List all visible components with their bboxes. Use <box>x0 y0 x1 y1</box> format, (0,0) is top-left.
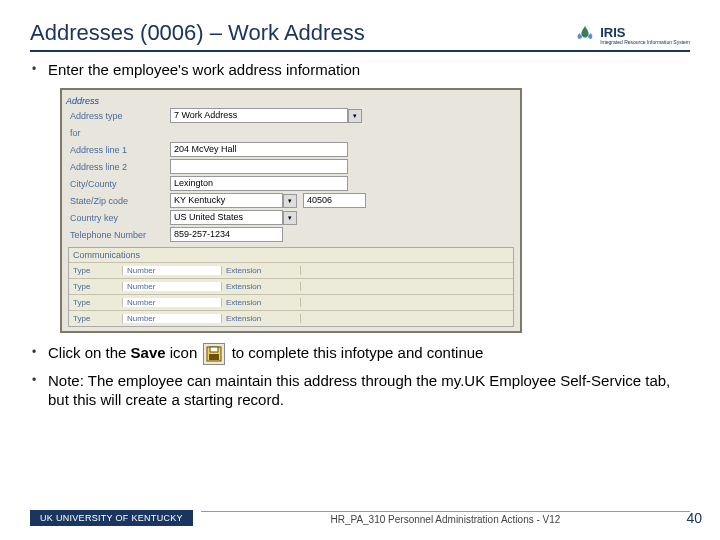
comm-row: TypeNumberExtension <box>69 294 513 310</box>
label-phone: Telephone Number <box>66 230 170 240</box>
save-icon <box>203 343 225 365</box>
svg-rect-1 <box>210 347 218 352</box>
label-line1: Address line 1 <box>66 145 170 155</box>
field-line2[interactable] <box>170 159 348 174</box>
comm-row: TypeNumberExtension <box>69 310 513 326</box>
field-city[interactable]: Lexington <box>170 176 348 191</box>
label-line2: Address line 2 <box>66 162 170 172</box>
label-addr-type: Address type <box>66 111 170 121</box>
field-state[interactable]: KY Kentucky <box>170 193 283 208</box>
dropdown-icon[interactable]: ▾ <box>348 109 362 123</box>
communications-panel: Communications TypeNumberExtension TypeN… <box>68 247 514 327</box>
footer: UK UNIVERSITY OF KENTUCKY HR_PA_310 Pers… <box>30 510 690 526</box>
iris-flower-icon <box>574 24 596 46</box>
dropdown-icon[interactable]: ▾ <box>283 194 297 208</box>
page-number: 40 <box>686 510 702 526</box>
iris-logo: IRIS Integrated Resource Information Sys… <box>574 24 690 46</box>
sap-form-screenshot: Address Address type 7 Work Address▾ for… <box>60 88 522 333</box>
field-zip[interactable]: 40506 <box>303 193 366 208</box>
svg-rect-2 <box>209 354 219 360</box>
label-for: for <box>66 128 170 138</box>
field-addr-type[interactable]: 7 Work Address <box>170 108 348 123</box>
label-state: State/Zip code <box>66 196 170 206</box>
bullet-1: Enter the employee's work address inform… <box>30 60 690 80</box>
label-country: Country key <box>66 213 170 223</box>
dropdown-icon[interactable]: ▾ <box>283 211 297 225</box>
field-country[interactable]: US United States <box>170 210 283 225</box>
footer-doc-title: HR_PA_310 Personnel Administration Actio… <box>201 511 690 525</box>
bullet-3: Note: The employee can maintain this add… <box>30 371 690 410</box>
comm-row: TypeNumberExtension <box>69 278 513 294</box>
field-line1[interactable]: 204 McVey Hall <box>170 142 348 157</box>
uk-logo: UK UNIVERSITY OF KENTUCKY <box>30 510 193 526</box>
comm-row: TypeNumberExtension <box>69 262 513 278</box>
page-title: Addresses (0006) – Work Address <box>30 20 365 46</box>
bullet-2: Click on the Save icon to complete this … <box>30 343 690 365</box>
field-phone[interactable]: 859-257-1234 <box>170 227 283 242</box>
label-city: City/County <box>66 179 170 189</box>
label-comm: Communications <box>69 248 513 262</box>
section-address-label: Address <box>66 96 516 106</box>
title-divider <box>30 50 690 52</box>
